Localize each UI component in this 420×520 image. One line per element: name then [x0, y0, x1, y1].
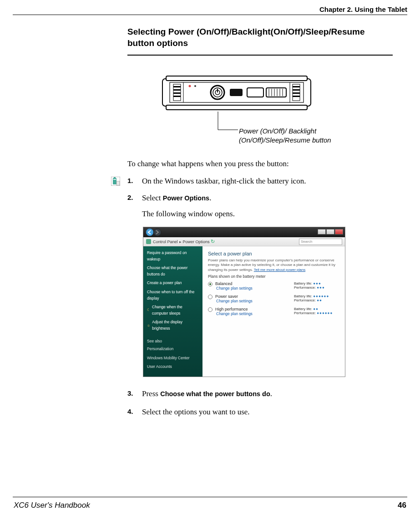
footer-rule	[13, 497, 407, 497]
sidebar-link[interactable]: Create a power plan	[147, 280, 199, 286]
step-text: On the Windows taskbar, right-click the …	[142, 177, 391, 186]
footer-page-number: 46	[398, 501, 406, 510]
plan-radio[interactable]	[208, 282, 213, 286]
svg-rect-14	[293, 92, 300, 94]
perf-label: Performance:	[294, 311, 316, 315]
svg-point-25	[241, 92, 242, 93]
power-options-screenshot: Control Panel ▸ Power Options ↻ Search R…	[143, 227, 345, 377]
svg-point-23	[236, 92, 238, 93]
see-also-link[interactable]: Personalization	[147, 346, 199, 352]
maximize-button[interactable]	[326, 229, 334, 235]
change-plan-link[interactable]: Change plan settings	[216, 299, 294, 303]
svg-rect-13	[293, 89, 300, 91]
step-text: Press Choose what the power buttons do.	[142, 389, 391, 398]
refresh-icon[interactable]: ↻	[211, 239, 215, 245]
brightness-icon: ☼	[147, 323, 150, 329]
svg-rect-9	[173, 89, 181, 91]
step-text: Select Power Options.	[142, 194, 391, 203]
battery-dots: ●●●●●●	[313, 294, 329, 298]
search-input[interactable]: Search	[299, 239, 342, 245]
footer-book-title: XC6 User's Handbook	[14, 501, 90, 510]
sidebar-link-label: Change when the computer sleeps	[152, 304, 199, 316]
svg-rect-42	[116, 181, 120, 185]
svg-point-44	[154, 229, 161, 236]
plan-name: High performance	[215, 307, 294, 311]
address-bar[interactable]: Control Panel ▸ Power Options ↻ Search	[143, 237, 345, 246]
minimize-button[interactable]	[318, 229, 326, 235]
section-rule	[127, 55, 393, 56]
svg-point-35	[194, 85, 196, 87]
perf-dots: ●●	[317, 298, 322, 302]
ui-label: Power Options	[163, 194, 209, 202]
see-also-link[interactable]: Windows Mobility Center	[147, 355, 199, 362]
step-pre: Select	[142, 194, 163, 202]
svg-rect-10	[173, 92, 181, 94]
callout-line	[218, 112, 240, 133]
step-number: 3.	[127, 389, 140, 397]
battery-label: Battery life:	[294, 307, 312, 311]
svg-point-43	[146, 229, 153, 236]
plan-radio[interactable]	[208, 295, 213, 299]
breadcrumb-sep: ▸	[179, 240, 182, 244]
sidebar-link[interactable]: ☼Adjust the display brightness	[147, 319, 199, 331]
tasks-sidebar: Require a password on wakeup Choose what…	[143, 246, 202, 377]
svg-rect-41	[113, 179, 116, 180]
plan-name: Power saver	[215, 294, 294, 299]
svg-rect-12	[293, 86, 300, 87]
svg-rect-11	[173, 96, 181, 97]
plan-row-balanced: Balanced Change plan settings Battery li…	[208, 281, 339, 291]
panel-description: Power plans can help you maximize your c…	[208, 258, 339, 272]
plan-radio[interactable]	[208, 307, 213, 312]
sidebar-link-label: Adjust the display brightness	[152, 319, 199, 331]
step-pre: Press	[142, 389, 160, 398]
device-rear-illustration	[162, 75, 312, 112]
see-also-heading: See also	[147, 338, 199, 345]
plan-row-highperf: High performance Change plan settings Ba…	[208, 307, 339, 316]
step-text: Select the options you want to use.	[142, 408, 391, 417]
intro-text: To change what happens when you press th…	[127, 159, 289, 168]
step-4: 4. Select the options you want to use.	[127, 408, 391, 417]
perf-dots: ●●●	[317, 285, 325, 290]
running-header: Chapter 2. Using the Tablet	[319, 5, 407, 13]
change-plan-link[interactable]: Change plan settings	[216, 311, 294, 316]
close-button[interactable]	[335, 229, 343, 235]
learn-more-link[interactable]: Tell me more about power plans	[254, 268, 305, 272]
battery-dots: ●●●	[313, 281, 321, 285]
see-also-link[interactable]: User Accounts	[147, 364, 199, 370]
step-2: 2. Select Power Options.	[127, 194, 391, 203]
battery-label: Battery life:	[294, 281, 312, 285]
battery-dots: ●●	[313, 307, 319, 311]
step-post: .	[270, 389, 272, 398]
step-2-follow: The following window opens.	[142, 209, 235, 219]
svg-point-22	[234, 92, 235, 93]
search-placeholder: Search	[301, 240, 312, 244]
header-rule	[13, 15, 407, 15]
sidebar-link[interactable]: Choose when to turn off the display	[147, 289, 199, 301]
svg-point-21	[232, 92, 233, 93]
step-post: .	[209, 194, 211, 202]
step-number: 1.	[127, 177, 140, 184]
step-number: 2.	[127, 194, 140, 201]
ui-label: Choose what the power buttons do	[160, 390, 270, 398]
battery-tray-icon	[111, 177, 120, 186]
sidebar-link[interactable]: Choose what the power buttons do	[147, 265, 199, 277]
step-3: 3. Press Choose what the power buttons d…	[127, 389, 391, 398]
panel-heading: Select a power plan	[208, 251, 339, 256]
plan-row-powersaver: Power saver Change plan settings Battery…	[208, 294, 339, 303]
svg-rect-2	[166, 105, 307, 110]
callout-label: Power (On/Off)/ Backlight (On/Off)/Sleep…	[239, 127, 384, 144]
breadcrumb-leaf[interactable]: Power Options	[183, 240, 210, 244]
window-titlebar	[143, 227, 345, 237]
sidebar-link[interactable]: ☾Change when the computer sleeps	[147, 304, 199, 316]
sidebar-link[interactable]: Require a password on wakeup	[147, 250, 199, 262]
battery-label: Battery life:	[294, 294, 312, 298]
change-plan-link[interactable]: Change plan settings	[216, 286, 294, 291]
perf-label: Performance:	[294, 298, 316, 302]
svg-rect-15	[293, 96, 300, 97]
nav-back-forward[interactable]	[146, 228, 162, 237]
window-controls[interactable]	[318, 229, 343, 235]
step-1: 1. On the Windows taskbar, right-click t…	[127, 177, 391, 186]
svg-rect-8	[173, 86, 181, 87]
plan-group-heading: Plans shown on the battery meter	[208, 274, 339, 279]
breadcrumb-root[interactable]: Control Panel	[153, 240, 178, 244]
